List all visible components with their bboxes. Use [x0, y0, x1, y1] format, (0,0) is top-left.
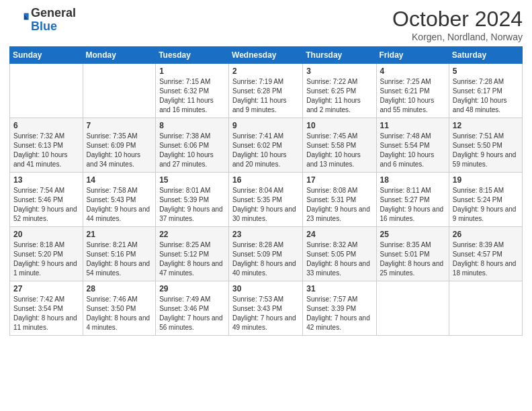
calendar-cell: 30Sunrise: 7:53 AMSunset: 3:43 PMDayligh… [229, 281, 303, 336]
calendar-cell: 7Sunrise: 7:35 AMSunset: 6:09 PMDaylight… [83, 118, 156, 173]
day-info: Sunrise: 7:28 AMSunset: 6:17 PMDaylight:… [453, 77, 519, 115]
day-number: 24 [306, 230, 372, 239]
day-number: 20 [13, 230, 79, 239]
day-number: 3 [306, 66, 372, 76]
day-info: Sunrise: 7:49 AMSunset: 3:46 PMDaylight:… [159, 295, 225, 332]
calendar-cell: 13Sunrise: 7:54 AMSunset: 5:46 PMDayligh… [10, 173, 83, 227]
location: Korgen, Nordland, Norway [392, 32, 523, 42]
day-number: 27 [13, 284, 79, 293]
day-number: 1 [159, 66, 225, 76]
day-number: 9 [232, 121, 299, 130]
logo-general-text: General [31, 6, 76, 19]
day-info: Sunrise: 7:58 AMSunset: 5:43 PMDaylight:… [87, 186, 152, 224]
day-info: Sunrise: 7:15 AMSunset: 6:32 PMDaylight:… [159, 77, 225, 115]
day-info: Sunrise: 7:51 AMSunset: 5:50 PMDaylight:… [453, 132, 519, 169]
calendar-cell: 20Sunrise: 8:18 AMSunset: 5:20 PMDayligh… [10, 227, 83, 281]
month-title: October 2024 [392, 7, 523, 32]
calendar-cell: 25Sunrise: 8:35 AMSunset: 5:01 PMDayligh… [376, 227, 449, 281]
calendar-cell: 14Sunrise: 7:58 AMSunset: 5:43 PMDayligh… [83, 173, 156, 227]
calendar-cell: 5Sunrise: 7:28 AMSunset: 6:17 PMDaylight… [449, 64, 522, 118]
day-info: Sunrise: 8:18 AMSunset: 5:20 PMDaylight:… [13, 240, 79, 278]
day-number: 29 [159, 284, 225, 293]
calendar-body: 1Sunrise: 7:15 AMSunset: 6:32 PMDaylight… [10, 64, 523, 336]
day-info: Sunrise: 8:25 AMSunset: 5:12 PMDaylight:… [159, 240, 225, 278]
calendar-cell: 15Sunrise: 8:01 AMSunset: 5:39 PMDayligh… [156, 173, 229, 227]
calendar-cell: 28Sunrise: 7:46 AMSunset: 3:50 PMDayligh… [83, 281, 156, 336]
day-number: 22 [159, 230, 225, 239]
header-row: Sunday Monday Tuesday Wednesday Thursday… [10, 47, 523, 64]
day-info: Sunrise: 8:35 AMSunset: 5:01 PMDaylight:… [380, 240, 445, 278]
calendar-cell: 17Sunrise: 8:08 AMSunset: 5:31 PMDayligh… [303, 173, 376, 227]
day-number: 25 [380, 230, 445, 239]
col-sunday: Sunday [10, 47, 83, 64]
col-saturday: Saturday [449, 47, 522, 64]
day-info: Sunrise: 7:45 AMSunset: 5:58 PMDaylight:… [306, 132, 372, 169]
day-number: 11 [380, 121, 445, 130]
day-info: Sunrise: 7:32 AMSunset: 6:13 PMDaylight:… [13, 132, 79, 169]
calendar-cell: 31Sunrise: 7:57 AMSunset: 3:39 PMDayligh… [303, 281, 376, 336]
calendar-cell: 16Sunrise: 8:04 AMSunset: 5:35 PMDayligh… [229, 173, 303, 227]
calendar-week-4: 20Sunrise: 8:18 AMSunset: 5:20 PMDayligh… [10, 227, 523, 281]
day-number: 23 [232, 230, 299, 239]
day-number: 13 [13, 175, 79, 185]
day-info: Sunrise: 8:21 AMSunset: 5:16 PMDaylight:… [87, 240, 152, 278]
day-info: Sunrise: 8:01 AMSunset: 5:39 PMDaylight:… [159, 186, 225, 224]
day-info: Sunrise: 7:54 AMSunset: 5:46 PMDaylight:… [13, 186, 79, 224]
col-thursday: Thursday [303, 47, 376, 64]
logo-blue-text: Blue [31, 19, 57, 33]
header: General Blue October 2024 Korgen, Nordla… [9, 7, 523, 42]
col-tuesday: Tuesday [156, 47, 229, 64]
day-info: Sunrise: 7:48 AMSunset: 5:54 PMDaylight:… [380, 132, 445, 169]
logo-icon [11, 9, 30, 28]
logo: General Blue [9, 7, 76, 34]
day-info: Sunrise: 8:28 AMSunset: 5:09 PMDaylight:… [232, 240, 299, 278]
col-monday: Monday [83, 47, 156, 64]
calendar-cell: 27Sunrise: 7:42 AMSunset: 3:54 PMDayligh… [10, 281, 83, 336]
day-info: Sunrise: 7:35 AMSunset: 6:09 PMDaylight:… [87, 132, 152, 169]
day-number: 14 [87, 175, 152, 185]
calendar-cell [376, 281, 449, 336]
day-number: 30 [232, 284, 299, 293]
day-info: Sunrise: 7:25 AMSunset: 6:21 PMDaylight:… [380, 77, 445, 115]
day-number: 28 [87, 284, 152, 293]
day-number: 17 [306, 175, 372, 185]
day-info: Sunrise: 7:22 AMSunset: 6:25 PMDaylight:… [306, 77, 372, 115]
day-number: 4 [380, 66, 445, 76]
calendar-cell: 26Sunrise: 8:39 AMSunset: 4:57 PMDayligh… [449, 227, 522, 281]
day-number: 21 [87, 230, 152, 239]
day-number: 18 [380, 175, 445, 185]
day-info: Sunrise: 7:38 AMSunset: 6:06 PMDaylight:… [159, 132, 225, 169]
title-block: October 2024 Korgen, Nordland, Norway [392, 7, 523, 42]
calendar-cell [449, 281, 522, 336]
page-container: General Blue October 2024 Korgen, Nordla… [0, 0, 532, 342]
calendar-cell: 4Sunrise: 7:25 AMSunset: 6:21 PMDaylight… [376, 64, 449, 118]
calendar-cell: 23Sunrise: 8:28 AMSunset: 5:09 PMDayligh… [229, 227, 303, 281]
calendar-table: Sunday Monday Tuesday Wednesday Thursday… [9, 46, 523, 336]
calendar-cell: 9Sunrise: 7:41 AMSunset: 6:02 PMDaylight… [229, 118, 303, 173]
calendar-cell: 22Sunrise: 8:25 AMSunset: 5:12 PMDayligh… [156, 227, 229, 281]
day-info: Sunrise: 8:32 AMSunset: 5:05 PMDaylight:… [306, 240, 372, 278]
col-friday: Friday [376, 47, 449, 64]
day-number: 15 [159, 175, 225, 185]
calendar-cell [83, 64, 156, 118]
calendar-cell [10, 64, 83, 118]
day-info: Sunrise: 7:42 AMSunset: 3:54 PMDaylight:… [13, 295, 79, 332]
calendar-cell: 21Sunrise: 8:21 AMSunset: 5:16 PMDayligh… [83, 227, 156, 281]
day-info: Sunrise: 7:19 AMSunset: 6:28 PMDaylight:… [232, 77, 299, 115]
day-info: Sunrise: 8:39 AMSunset: 4:57 PMDaylight:… [453, 240, 519, 278]
day-number: 19 [453, 175, 519, 185]
day-number: 8 [159, 121, 225, 130]
calendar-cell: 10Sunrise: 7:45 AMSunset: 5:58 PMDayligh… [303, 118, 376, 173]
calendar-cell: 2Sunrise: 7:19 AMSunset: 6:28 PMDaylight… [229, 64, 303, 118]
day-number: 10 [306, 121, 372, 130]
day-number: 2 [232, 66, 299, 76]
calendar-cell: 1Sunrise: 7:15 AMSunset: 6:32 PMDaylight… [156, 64, 229, 118]
calendar-cell: 24Sunrise: 8:32 AMSunset: 5:05 PMDayligh… [303, 227, 376, 281]
day-number: 26 [453, 230, 519, 239]
calendar-week-3: 13Sunrise: 7:54 AMSunset: 5:46 PMDayligh… [10, 173, 523, 227]
day-number: 7 [87, 121, 152, 130]
day-number: 6 [13, 121, 79, 130]
calendar-cell: 8Sunrise: 7:38 AMSunset: 6:06 PMDaylight… [156, 118, 229, 173]
calendar-week-1: 1Sunrise: 7:15 AMSunset: 6:32 PMDaylight… [10, 64, 523, 118]
calendar-week-5: 27Sunrise: 7:42 AMSunset: 3:54 PMDayligh… [10, 281, 523, 336]
